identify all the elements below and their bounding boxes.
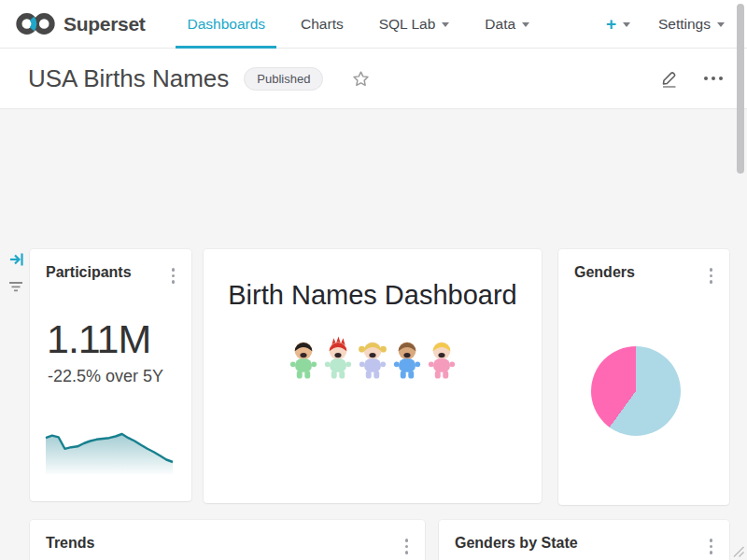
chart-title: Trends [46,535,94,552]
big-number-value: 1.11M [47,316,150,362]
genders-pie[interactable] [591,346,681,436]
participants-sparkline[interactable] [44,429,176,478]
superset-app: Superset Dashboards Charts SQL Lab Data [0,0,747,560]
caret-down-icon [717,22,725,31]
nav-dashboards[interactable]: Dashboards [174,0,278,48]
chart-title: Genders [574,264,635,281]
nav-label: Dashboards [187,16,265,33]
settings-label: Settings [658,16,711,33]
dashboard-header: USA Births Names Published [0,49,747,109]
participants-card: Participants 1.11M -22.5% over 5Y [30,249,191,501]
baby-emoji-row [204,336,542,380]
caret-down-icon [522,22,529,31]
expand-filter-bar-icon[interactable] [8,251,25,268]
chart-menu-icon[interactable] [403,537,411,556]
baby-emoji [322,336,354,380]
nav-charts[interactable]: Charts [288,0,357,48]
genders-card: Genders [558,249,729,505]
page-title: USA Births Names [28,64,229,93]
edit-dashboard-icon[interactable] [659,68,680,89]
markdown-heading: Birth Names Dashboard [204,280,542,311]
baby-emoji [391,336,423,380]
nav-label: Charts [301,16,344,33]
trends-card: Trends AmandaAndrewAnthonyAshleyBrianChr… [30,520,425,560]
dashboard-grid: Participants 1.11M -22.5% over 5Y Birth … [0,109,747,560]
chart-menu-icon[interactable] [170,266,177,286]
nav-label: SQL Lab [379,16,436,33]
plus-icon: + [606,14,616,35]
superset-logo[interactable]: Superset [15,0,145,48]
main-nav: Dashboards Charts SQL Lab Data [169,0,547,48]
caret-down-icon [623,22,630,31]
chart-title: Participants [46,264,132,281]
filter-list-icon[interactable] [7,279,24,294]
chart-menu-icon[interactable] [708,537,715,556]
chart-menu-icon[interactable] [708,266,715,286]
baby-emoji [357,336,388,380]
new-item-button[interactable]: + [606,14,630,35]
nav-sql-lab[interactable]: SQL Lab [366,0,463,48]
settings-menu[interactable]: Settings [658,16,725,33]
status-badge[interactable]: Published [244,67,323,91]
navbar-left: Superset Dashboards Charts SQL Lab Data [15,0,547,48]
markdown-card: Birth Names Dashboard [204,249,542,503]
brand-name: Superset [63,13,145,35]
caret-down-icon [442,22,449,31]
dashboard-actions [659,68,723,89]
superset-infinity-icon [15,10,56,37]
resize-handle-icon[interactable] [731,544,745,558]
navbar-right: + Settings [606,0,725,48]
genders-by-state-card: Genders by State Boys 5M4M3M [439,520,729,560]
baby-emoji [426,336,458,380]
big-number-subheader: -22.5% over 5Y [48,367,163,386]
baby-emoji [288,336,319,380]
page-scrollbar-thumb[interactable] [737,4,744,174]
top-navbar: Superset Dashboards Charts SQL Lab Data [0,0,747,49]
nav-data[interactable]: Data [472,0,543,48]
more-actions-icon[interactable] [704,73,723,84]
favorite-star-icon[interactable] [351,69,371,89]
chart-title: Genders by State [455,535,578,552]
nav-label: Data [485,16,515,33]
